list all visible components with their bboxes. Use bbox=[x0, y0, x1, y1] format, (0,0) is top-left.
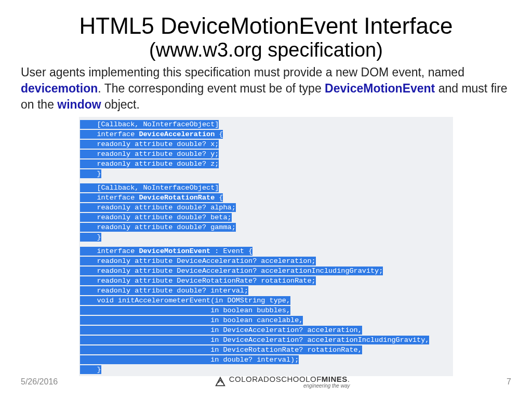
code-row: interface DeviceAcceleration { bbox=[80, 129, 452, 139]
logo-tagline: engineering the way bbox=[229, 383, 350, 389]
code-line: } bbox=[80, 169, 101, 178]
code-row: } bbox=[80, 232, 452, 242]
code-line: in double? interval); bbox=[80, 355, 299, 364]
code-line: [Callback, NoInterfaceObject] bbox=[80, 120, 219, 129]
footer-logo: COLORADOSCHOOLOFMINES. engineering the w… bbox=[215, 375, 350, 389]
code-row: readonly attribute double? beta; bbox=[80, 212, 452, 222]
code-line: readonly attribute double? beta; bbox=[80, 213, 232, 222]
logo-text: COLORADOSCHOOLOFMINES. bbox=[229, 375, 350, 383]
code-row: in DeviceAcceleration? acceleration, bbox=[80, 325, 452, 335]
keyword-window: window bbox=[57, 98, 101, 111]
slide-body-text: User agents implementing this specificat… bbox=[21, 64, 511, 113]
code-row: } bbox=[80, 364, 452, 374]
code-row: readonly attribute double? y; bbox=[80, 149, 452, 158]
code-line: readonly attribute DeviceAcceleration? a… bbox=[80, 267, 383, 275]
code-line: readonly attribute DeviceAcceleration? a… bbox=[80, 257, 316, 265]
code-line: readonly attribute double? alpha; bbox=[80, 203, 236, 212]
code-line: in DeviceAcceleration? accelerationInclu… bbox=[80, 336, 429, 344]
code-line: interface DeviceAcceleration { bbox=[80, 130, 223, 139]
code-block: [Callback, NoInterfaceObject] interface … bbox=[79, 117, 453, 376]
code-row: readonly attribute double? interval; bbox=[80, 285, 452, 295]
code-line: [Callback, NoInterfaceObject] bbox=[80, 183, 219, 192]
code-bold: DeviceRotationRate bbox=[139, 194, 215, 202]
code-gap bbox=[80, 178, 452, 182]
code-row: in boolean cancelable, bbox=[80, 315, 452, 325]
code-row: [Callback, NoInterfaceObject] bbox=[80, 182, 452, 192]
code-row: [Callback, NoInterfaceObject] bbox=[80, 119, 452, 129]
code-line: interface DeviceRotationRate { bbox=[80, 193, 223, 202]
body-segment: . The corresponding event must be of typ… bbox=[98, 82, 325, 95]
code-line: in DeviceRotationRate? rotationRate, bbox=[80, 345, 362, 354]
code-row: readonly attribute double? z; bbox=[80, 158, 452, 168]
code-bold: DeviceMotionEvent bbox=[139, 247, 210, 255]
code-row: in DeviceAcceleration? accelerationInclu… bbox=[80, 335, 452, 344]
body-segment: User agents implementing this specificat… bbox=[21, 65, 464, 79]
code-row: in double? interval); bbox=[80, 354, 452, 364]
code-line: readonly attribute double? x; bbox=[80, 140, 219, 149]
code-row: void initAccelerometerEvent(in DOMString… bbox=[80, 295, 452, 305]
footer-date: 5/26/2016 bbox=[21, 377, 58, 387]
code-row: } bbox=[80, 168, 452, 178]
code-row: readonly attribute double? alpha; bbox=[80, 202, 452, 212]
code-line: void initAccelerometerEvent(in DOMString… bbox=[80, 296, 290, 305]
code-row: interface DeviceRotationRate { bbox=[80, 192, 452, 202]
code-line: } bbox=[80, 365, 101, 374]
triangle-icon bbox=[215, 376, 226, 388]
code-row: in boolean bubbles, bbox=[80, 305, 452, 315]
slide-footer: 5/26/2016 COLORADOSCHOOLOFMINES. enginee… bbox=[0, 375, 532, 389]
code-row: readonly attribute double? gamma; bbox=[80, 222, 452, 232]
keyword-devicemotion: devicemotion bbox=[21, 82, 98, 95]
code-row: in DeviceRotationRate? rotationRate, bbox=[80, 344, 452, 354]
code-line: readonly attribute double? interval; bbox=[80, 286, 248, 295]
keyword-devicemotionevent: DeviceMotionEvent bbox=[325, 82, 435, 95]
code-row: readonly attribute DeviceAcceleration? a… bbox=[80, 265, 452, 275]
logo-part1: COLORADO bbox=[229, 375, 276, 383]
footer-page-number: 7 bbox=[507, 377, 511, 387]
slide: HTML5 DeviceMotionEvent Interface (www.w… bbox=[0, 0, 532, 399]
code-line: readonly attribute DeviceRotationRate? r… bbox=[80, 276, 316, 285]
code-row: readonly attribute double? x; bbox=[80, 139, 452, 149]
code-line: readonly attribute double? z; bbox=[80, 159, 219, 168]
slide-title: HTML5 DeviceMotionEvent Interface bbox=[21, 14, 511, 38]
code-gap bbox=[80, 242, 452, 246]
code-line: } bbox=[80, 233, 101, 242]
code-line: interface DeviceMotionEvent : Event { bbox=[80, 247, 252, 256]
code-row: readonly attribute DeviceAcceleration? a… bbox=[80, 256, 452, 265]
slide-subtitle: (www.w3.org specification) bbox=[21, 39, 511, 61]
code-line: in DeviceAcceleration? acceleration, bbox=[80, 326, 362, 335]
logo-part3: MINES bbox=[322, 375, 348, 383]
logo-part2: SCHOOLOF bbox=[276, 375, 322, 383]
body-segment: object. bbox=[101, 98, 140, 111]
code-row: interface DeviceMotionEvent : Event { bbox=[80, 246, 452, 256]
code-line: in boolean cancelable, bbox=[80, 316, 303, 325]
code-line: in boolean bubbles, bbox=[80, 306, 290, 315]
code-line: readonly attribute double? y; bbox=[80, 150, 219, 158]
code-bold: DeviceAcceleration bbox=[139, 130, 215, 138]
code-row: readonly attribute DeviceRotationRate? r… bbox=[80, 275, 452, 285]
code-line: readonly attribute double? gamma; bbox=[80, 223, 236, 232]
